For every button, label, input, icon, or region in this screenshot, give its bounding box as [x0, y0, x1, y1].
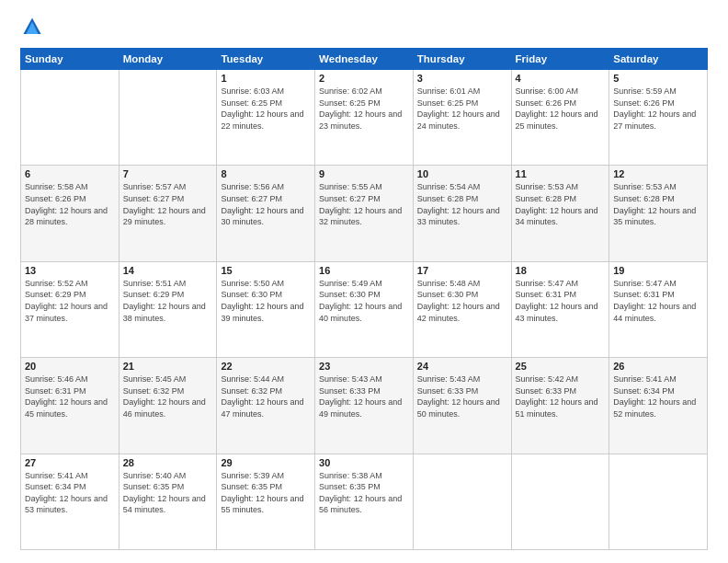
day-info: Sunrise: 5:38 AM Sunset: 6:35 PM Dayligh… [319, 470, 409, 516]
calendar-cell: 8Sunrise: 5:56 AM Sunset: 6:27 PM Daylig… [217, 166, 315, 261]
day-number: 7 [123, 168, 213, 179]
day-info: Sunrise: 6:01 AM Sunset: 6:25 PM Dayligh… [417, 86, 507, 132]
day-info: Sunrise: 5:46 AM Sunset: 6:31 PM Dayligh… [25, 373, 115, 419]
day-number: 18 [516, 265, 606, 276]
week-row-3: 13Sunrise: 5:52 AM Sunset: 6:29 PM Dayli… [21, 261, 708, 357]
day-number: 27 [25, 457, 115, 468]
header [20, 17, 708, 40]
day-info: Sunrise: 5:57 AM Sunset: 6:27 PM Dayligh… [123, 181, 213, 227]
calendar-cell: 13Sunrise: 5:52 AM Sunset: 6:29 PM Dayli… [21, 261, 119, 357]
calendar-cell: 9Sunrise: 5:55 AM Sunset: 6:27 PM Daylig… [315, 166, 414, 261]
day-number: 5 [613, 73, 703, 84]
day-info: Sunrise: 6:03 AM Sunset: 6:25 PM Dayligh… [221, 86, 311, 132]
calendar-cell: 24Sunrise: 5:43 AM Sunset: 6:33 PM Dayli… [413, 358, 511, 454]
week-row-2: 6Sunrise: 5:58 AM Sunset: 6:26 PM Daylig… [21, 166, 708, 261]
calendar-cell: 5Sunrise: 5:59 AM Sunset: 6:26 PM Daylig… [609, 70, 708, 166]
week-row-1: 1Sunrise: 6:03 AM Sunset: 6:25 PM Daylig… [21, 70, 708, 166]
day-info: Sunrise: 5:44 AM Sunset: 6:32 PM Dayligh… [221, 373, 311, 419]
dow-header-tuesday: Tuesday [217, 49, 315, 70]
calendar-cell: 21Sunrise: 5:45 AM Sunset: 6:32 PM Dayli… [119, 358, 217, 454]
day-info: Sunrise: 5:47 AM Sunset: 6:31 PM Dayligh… [516, 278, 606, 324]
day-info: Sunrise: 5:50 AM Sunset: 6:30 PM Dayligh… [221, 278, 311, 324]
day-number: 12 [613, 168, 703, 179]
day-info: Sunrise: 5:53 AM Sunset: 6:28 PM Dayligh… [613, 181, 703, 227]
days-of-week-row: SundayMondayTuesdayWednesdayThursdayFrid… [21, 49, 708, 70]
day-number: 26 [613, 361, 703, 372]
day-number: 9 [319, 168, 409, 179]
dow-header-friday: Friday [511, 49, 609, 70]
day-info: Sunrise: 5:41 AM Sunset: 6:34 PM Dayligh… [613, 373, 703, 419]
day-info: Sunrise: 5:52 AM Sunset: 6:29 PM Dayligh… [25, 278, 115, 324]
calendar-body: 1Sunrise: 6:03 AM Sunset: 6:25 PM Daylig… [21, 70, 708, 550]
day-info: Sunrise: 5:53 AM Sunset: 6:28 PM Dayligh… [516, 181, 606, 227]
day-number: 14 [123, 265, 213, 276]
calendar-cell: 30Sunrise: 5:38 AM Sunset: 6:35 PM Dayli… [315, 454, 414, 549]
day-info: Sunrise: 6:02 AM Sunset: 6:25 PM Dayligh… [319, 86, 409, 132]
logo [20, 17, 42, 40]
day-info: Sunrise: 5:48 AM Sunset: 6:30 PM Dayligh… [417, 278, 507, 324]
calendar-cell [413, 454, 511, 549]
day-info: Sunrise: 5:58 AM Sunset: 6:26 PM Dayligh… [25, 181, 115, 227]
calendar-cell: 6Sunrise: 5:58 AM Sunset: 6:26 PM Daylig… [21, 166, 119, 261]
day-number: 22 [221, 361, 311, 372]
calendar-cell: 17Sunrise: 5:48 AM Sunset: 6:30 PM Dayli… [413, 261, 511, 357]
week-row-4: 20Sunrise: 5:46 AM Sunset: 6:31 PM Dayli… [21, 358, 708, 454]
calendar-cell [609, 454, 708, 549]
calendar-cell: 7Sunrise: 5:57 AM Sunset: 6:27 PM Daylig… [119, 166, 217, 261]
day-number: 20 [25, 361, 115, 372]
calendar-cell: 12Sunrise: 5:53 AM Sunset: 6:28 PM Dayli… [609, 166, 708, 261]
day-number: 29 [221, 457, 311, 468]
dow-header-sunday: Sunday [21, 49, 119, 70]
day-number: 4 [516, 73, 606, 84]
day-info: Sunrise: 5:43 AM Sunset: 6:33 PM Dayligh… [417, 373, 507, 419]
calendar-cell: 18Sunrise: 5:47 AM Sunset: 6:31 PM Dayli… [511, 261, 609, 357]
day-number: 15 [221, 265, 311, 276]
day-number: 23 [319, 361, 409, 372]
day-info: Sunrise: 5:59 AM Sunset: 6:26 PM Dayligh… [613, 86, 703, 132]
day-info: Sunrise: 5:55 AM Sunset: 6:27 PM Dayligh… [319, 181, 409, 227]
calendar-cell: 3Sunrise: 6:01 AM Sunset: 6:25 PM Daylig… [413, 70, 511, 166]
day-number: 17 [417, 265, 507, 276]
day-info: Sunrise: 6:00 AM Sunset: 6:26 PM Dayligh… [516, 86, 606, 132]
calendar-cell: 16Sunrise: 5:49 AM Sunset: 6:30 PM Dayli… [315, 261, 414, 357]
dow-header-monday: Monday [119, 49, 217, 70]
dow-header-wednesday: Wednesday [315, 49, 414, 70]
day-number: 28 [123, 457, 213, 468]
day-number: 11 [516, 168, 606, 179]
calendar-cell: 20Sunrise: 5:46 AM Sunset: 6:31 PM Dayli… [21, 358, 119, 454]
week-row-5: 27Sunrise: 5:41 AM Sunset: 6:34 PM Dayli… [21, 454, 708, 549]
calendar-cell: 23Sunrise: 5:43 AM Sunset: 6:33 PM Dayli… [315, 358, 414, 454]
calendar-cell: 10Sunrise: 5:54 AM Sunset: 6:28 PM Dayli… [413, 166, 511, 261]
day-number: 1 [221, 73, 311, 84]
day-number: 2 [319, 73, 409, 84]
day-info: Sunrise: 5:54 AM Sunset: 6:28 PM Dayligh… [417, 181, 507, 227]
dow-header-thursday: Thursday [413, 49, 511, 70]
day-info: Sunrise: 5:49 AM Sunset: 6:30 PM Dayligh… [319, 278, 409, 324]
calendar-cell: 27Sunrise: 5:41 AM Sunset: 6:34 PM Dayli… [21, 454, 119, 549]
day-number: 24 [417, 361, 507, 372]
calendar-cell: 11Sunrise: 5:53 AM Sunset: 6:28 PM Dayli… [511, 166, 609, 261]
day-info: Sunrise: 5:42 AM Sunset: 6:33 PM Dayligh… [516, 373, 606, 419]
calendar-cell: 14Sunrise: 5:51 AM Sunset: 6:29 PM Dayli… [119, 261, 217, 357]
day-info: Sunrise: 5:56 AM Sunset: 6:27 PM Dayligh… [221, 181, 311, 227]
day-number: 30 [319, 457, 409, 468]
day-info: Sunrise: 5:43 AM Sunset: 6:33 PM Dayligh… [319, 373, 409, 419]
calendar-cell: 19Sunrise: 5:47 AM Sunset: 6:31 PM Dayli… [609, 261, 708, 357]
calendar: SundayMondayTuesdayWednesdayThursdayFrid… [20, 48, 708, 550]
day-number: 19 [613, 265, 703, 276]
calendar-cell: 28Sunrise: 5:40 AM Sunset: 6:35 PM Dayli… [119, 454, 217, 549]
calendar-cell [511, 454, 609, 549]
calendar-cell: 1Sunrise: 6:03 AM Sunset: 6:25 PM Daylig… [217, 70, 315, 166]
day-info: Sunrise: 5:40 AM Sunset: 6:35 PM Dayligh… [123, 470, 213, 516]
calendar-cell: 4Sunrise: 6:00 AM Sunset: 6:26 PM Daylig… [511, 70, 609, 166]
page: SundayMondayTuesdayWednesdayThursdayFrid… [0, 0, 728, 563]
day-number: 25 [516, 361, 606, 372]
day-number: 21 [123, 361, 213, 372]
calendar-cell: 22Sunrise: 5:44 AM Sunset: 6:32 PM Dayli… [217, 358, 315, 454]
calendar-cell: 25Sunrise: 5:42 AM Sunset: 6:33 PM Dayli… [511, 358, 609, 454]
day-number: 10 [417, 168, 507, 179]
day-info: Sunrise: 5:41 AM Sunset: 6:34 PM Dayligh… [25, 470, 115, 516]
day-number: 3 [417, 73, 507, 84]
calendar-cell [21, 70, 119, 166]
calendar-cell: 29Sunrise: 5:39 AM Sunset: 6:35 PM Dayli… [217, 454, 315, 549]
